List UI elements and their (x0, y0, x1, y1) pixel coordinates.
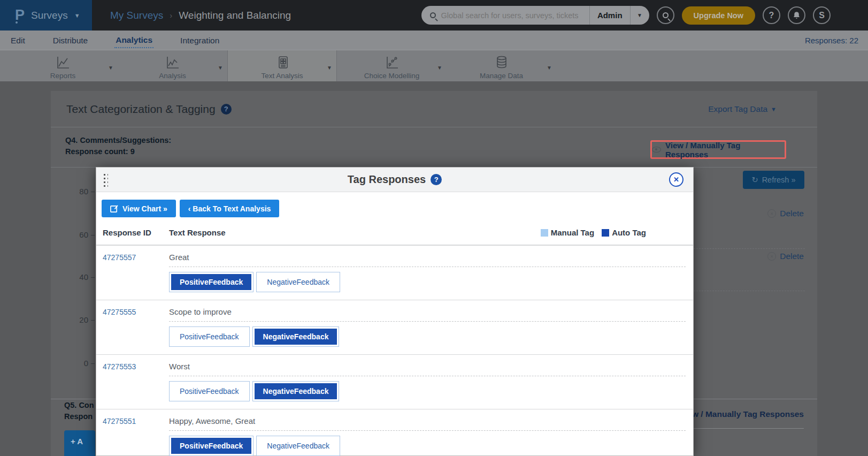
tag-button-positive[interactable]: PositiveFeedback (169, 381, 250, 401)
chevron-down-icon[interactable]: ▼ (218, 65, 223, 71)
tag-button-positive[interactable]: PositiveFeedback (169, 272, 254, 292)
chevron-down-icon: ▼ (771, 106, 777, 112)
legend-manual-tag: Manual Tag (541, 228, 594, 237)
q5-block: Q5. Con Respon (64, 400, 94, 422)
breadcrumb-current: Weighting and Balancing (179, 10, 291, 21)
toolbar-item-text-analysis[interactable]: Text Analysis ▼ (227, 50, 337, 81)
refresh-button[interactable]: ↻ Refresh » (743, 171, 804, 189)
table-row: 47275555 Scope to improve PositiveFeedba… (96, 300, 693, 355)
y-axis-tick: 0 (72, 359, 88, 368)
tag-button-negative[interactable]: NegativeFeedback (256, 272, 340, 292)
toolbar-item-reports[interactable]: Reports ▼ (8, 50, 118, 81)
add-tag-button-partial[interactable]: + A (64, 430, 95, 456)
search-icon (430, 12, 436, 18)
search-icon (663, 12, 669, 18)
tag-button-positive[interactable]: PositiveFeedback (169, 436, 254, 456)
toolbar-item-analysis[interactable]: Analysis ▼ (118, 50, 227, 81)
table-row: 47275551 Happy, Awesome, Great PositiveF… (96, 409, 693, 456)
database-icon (494, 54, 509, 70)
notifications-button[interactable] (788, 6, 805, 24)
tag-button-negative[interactable]: NegativeFeedback (252, 326, 340, 347)
modal-toolbar: View Chart » ‹ Back To Text Analysis (96, 192, 693, 224)
table-row: 47275557 Great PositiveFeedback Negative… (96, 246, 693, 300)
legend-auto-tag: Auto Tag (602, 228, 646, 237)
tab-integration[interactable]: Integration (179, 33, 220, 48)
tab-edit[interactable]: Edit (10, 33, 26, 48)
help-icon[interactable]: ? (431, 174, 442, 185)
search-button[interactable] (657, 6, 674, 24)
page-title: Text Categorization & Tagging ? (66, 103, 232, 116)
drag-handle-icon[interactable] (103, 173, 108, 187)
manual-tag-swatch (541, 229, 548, 237)
chevron-down-icon[interactable]: ▼ (327, 65, 332, 71)
table-header: Response ID Text Response Manual Tag Aut… (96, 224, 693, 246)
edit-chart-icon (110, 204, 118, 212)
analysis-chart-icon (165, 54, 180, 70)
circle-x-icon: ✕ (767, 209, 776, 218)
header-actions: Admin ▼ Upgrade Now ? S (421, 6, 868, 25)
upgrade-now-button[interactable]: Upgrade Now (682, 6, 755, 25)
y-axis-tick: 80 (72, 187, 88, 196)
top-header: P Surveys ▼ My Surveys › Weighting and B… (0, 0, 868, 31)
modal-title: Tag Responses (348, 173, 426, 186)
circle-x-icon: ✕ (767, 252, 776, 261)
tag-legend: Manual Tag Auto Tag (541, 228, 646, 237)
view-chart-button[interactable]: View Chart » (102, 200, 176, 217)
responses-count: Responses: 22 (805, 36, 858, 45)
analytics-toolbar: Reports ▼ Analysis ▼ Text Analysis ▼ Cho… (0, 50, 868, 81)
delete-tag-link[interactable]: ✕ Delete (767, 252, 804, 261)
view-manually-tag-responses-link[interactable]: View / Manually Tag Responses (650, 140, 786, 159)
response-text: Great (169, 253, 686, 262)
tab-distribute[interactable]: Distribute (52, 33, 89, 48)
chevron-down-icon[interactable]: ▼ (547, 65, 552, 71)
toolbar-item-choice-modelling[interactable]: Choice Modelling ▼ (337, 50, 447, 81)
auto-tag-swatch (602, 229, 609, 237)
response-id-link[interactable]: 47275553 (96, 355, 169, 409)
response-id-link[interactable]: 47275555 (96, 300, 169, 354)
search-scope-caret[interactable]: ▼ (630, 6, 649, 25)
product-name: Surveys (31, 10, 68, 21)
survey-tab-bar: Edit Distribute Analytics Integration Re… (0, 31, 868, 50)
text-analysis-icon (275, 54, 290, 70)
search-scope-selector[interactable]: Admin (589, 6, 630, 25)
breadcrumb-my-surveys[interactable]: My Surveys (110, 10, 163, 21)
column-text-response: Text Response (169, 228, 226, 237)
global-search[interactable]: Admin ▼ (421, 6, 649, 25)
bell-icon (792, 11, 801, 20)
breadcrumb-separator: › (170, 11, 172, 20)
chevron-down-icon[interactable]: ▼ (108, 65, 113, 71)
tab-analytics[interactable]: Analytics (114, 32, 153, 48)
view-manually-tag-responses-link-q5[interactable]: iew / Manually Tag Responses (685, 409, 804, 419)
scatter-chart-icon (385, 54, 400, 70)
avatar[interactable]: S (813, 6, 831, 24)
help-button[interactable]: ? (763, 6, 780, 24)
response-id-link[interactable]: 47275551 (96, 409, 169, 456)
q5-question-partial: Q5. Con (64, 400, 94, 411)
modal-header: Tag Responses ? ✕ (96, 168, 693, 192)
close-icon[interactable]: ✕ (669, 172, 683, 187)
proprofs-logo-icon: P (15, 8, 25, 22)
response-text: Happy, Awesome, Great (169, 416, 686, 425)
delete-tag-link[interactable]: ✕ Delete (767, 209, 804, 218)
back-to-text-analysis-button[interactable]: ‹ Back To Text Analysis (180, 200, 280, 217)
eye-icon (652, 147, 661, 153)
export-tag-data-dropdown[interactable]: Export Tag Data ▼ (708, 104, 777, 114)
response-text: Scope to improve (169, 307, 686, 316)
toolbar-item-manage-data[interactable]: Manage Data ▼ (447, 50, 556, 81)
column-response-id: Response ID (96, 228, 169, 237)
tag-button-negative[interactable]: NegativeFeedback (252, 381, 340, 401)
y-axis-tick: 40 (72, 272, 88, 282)
breadcrumb: My Surveys › Weighting and Balancing (110, 10, 291, 21)
chevron-down-icon: ▼ (74, 12, 80, 19)
chevron-down-icon[interactable]: ▼ (437, 65, 442, 71)
app-switcher[interactable]: P Surveys ▼ (0, 0, 92, 31)
card-header: Text Categorization & Tagging ? Export T… (51, 91, 817, 127)
search-input[interactable] (441, 11, 589, 20)
y-axis-tick: 60 (72, 230, 88, 239)
line-chart-icon (56, 54, 71, 70)
table-row: 47275553 Worst PositiveFeedback Negative… (96, 355, 693, 409)
tag-button-positive[interactable]: PositiveFeedback (169, 326, 250, 347)
tag-button-negative[interactable]: NegativeFeedback (256, 436, 340, 456)
help-icon[interactable]: ? (221, 104, 232, 115)
response-id-link[interactable]: 47275557 (96, 246, 169, 300)
